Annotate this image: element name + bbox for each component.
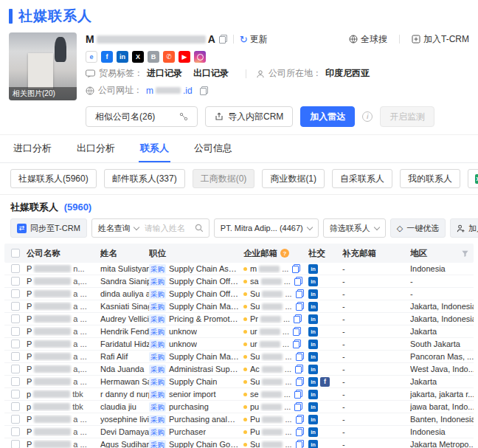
linkedin-icon[interactable]: in [308,264,318,274]
copy-email-icon[interactable] [296,415,304,424]
email-status-dot [243,280,247,283]
refresh-button[interactable]: ↻ 更新 [240,33,268,46]
contact-type-button-5[interactable]: 我的联系人 [400,169,460,188]
copy-website-icon[interactable] [200,86,208,95]
linkedin-icon[interactable]: in [308,327,318,337]
import-crm-button[interactable]: 导入内部CRM [205,106,293,127]
copy-email-icon[interactable] [294,390,302,399]
company-photo[interactable]: 相关图片(20) [9,32,77,100]
website-icon[interactable]: e [86,51,97,63]
filter-contacts-select[interactable]: 筛选联系人 [323,218,386,238]
trade-tag-icon [86,69,95,78]
linkedin-icon[interactable]: in [308,352,318,362]
add-to-my-contacts-button[interactable]: 加入我的联系人 [450,218,478,238]
export-excel-button[interactable]: x 导出 Excel [468,169,478,188]
row-checkbox[interactable] [11,440,20,448]
company-blur [34,290,71,297]
linkedin-icon[interactable]: in [308,277,318,286]
facebook-icon[interactable]: f [101,51,113,63]
linkedin-icon[interactable]: in [308,340,318,349]
copy-email-icon[interactable] [292,264,300,273]
filter-funnel-icon[interactable] [461,249,469,258]
company-prefix: P [27,340,32,348]
blog-icon[interactable]: B [148,51,159,63]
row-checkbox[interactable] [11,314,20,323]
copy-email-icon[interactable] [296,377,304,386]
row-checkbox[interactable] [11,365,20,373]
tab-1[interactable]: 出口分析 [75,135,117,162]
phone-icon[interactable]: ✆ [163,51,175,63]
copy-email-icon[interactable] [296,352,304,361]
email-help-icon[interactable]: ? [280,249,289,258]
row-checkbox[interactable] [11,352,20,361]
linkedin-icon[interactable]: in [308,289,318,299]
facebook-icon[interactable]: f [320,377,330,387]
youtube-icon[interactable]: ▶ [179,51,190,63]
linkedin-icon[interactable]: in [308,365,318,374]
row-checkbox[interactable] [11,277,20,286]
contact-type-button-1[interactable]: 邮件联系人(337) [104,169,185,188]
start-monitor-button[interactable]: 开启监测 [380,106,434,127]
company-blur [34,315,71,323]
row-checkbox[interactable] [11,402,20,411]
linkedin-icon[interactable]: in [308,415,318,424]
copy-email-icon[interactable] [296,440,304,448]
linkedin-icon[interactable]: in [308,377,318,387]
copy-email-icon[interactable] [296,302,304,311]
linkedin-icon[interactable]: in [308,427,318,437]
row-checkbox[interactable] [11,264,20,273]
linkedin-icon[interactable]: in [308,402,318,412]
row-checkbox[interactable] [11,289,20,298]
export-records-link[interactable]: 出口记录 [193,67,229,80]
copy-email-icon[interactable] [293,327,301,336]
contact-type-button-2[interactable]: 工商数据(0) [193,169,255,188]
global-search-button[interactable]: 全球搜 [349,33,387,46]
row-checkbox[interactable] [11,390,20,399]
similar-companies-button[interactable]: 相似公司名(26) [86,106,198,127]
copy-company-name-icon[interactable] [219,35,227,44]
row-checkbox[interactable] [11,427,20,436]
name-query-dropdown[interactable]: 姓名查询 [92,223,145,234]
position-text: Supply Chain Management [169,302,239,311]
tab-0[interactable]: 进口分析 [12,135,53,162]
select-all-checkbox[interactable] [11,249,20,258]
contact-type-button-4[interactable]: 自采联系人 [332,169,392,188]
linkedin-icon[interactable]: in [308,390,318,399]
position-text: senior import [169,390,216,399]
linkedin-icon[interactable]: in [308,440,318,448]
copy-email-icon[interactable] [296,289,304,298]
one-click-optimize-button[interactable]: ◇ 一键优选 [390,218,446,238]
search-icon[interactable] [195,224,204,232]
sync-tcrm-button[interactable]: ⇄ 同步至T-CRM [10,218,87,238]
name-search-input[interactable] [145,224,193,232]
copy-email-icon[interactable] [294,402,302,411]
instagram-icon[interactable] [194,51,206,63]
join-radar-button[interactable]: 加入雷达 [300,106,355,127]
email-ellipsis: ... [285,365,291,373]
linkedin-icon[interactable]: in [308,302,318,311]
contact-type-button-3[interactable]: 商业数据(1) [262,169,325,188]
copy-email-icon[interactable] [296,427,304,436]
tab-2[interactable]: 联系人 [139,135,170,162]
monitor-info-icon[interactable]: i [362,111,373,122]
email-blur [261,278,282,285]
linkedin-icon[interactable]: in [117,51,128,63]
row-checkbox[interactable] [11,302,20,311]
copy-email-icon[interactable] [294,277,302,286]
copy-email-icon[interactable] [294,314,302,323]
company-filter-select[interactable]: PT. Mitra Adip... (4467) [214,218,319,238]
row-checkbox[interactable] [11,415,20,424]
contact-type-button-0[interactable]: 社媒联系人(5960) [10,169,97,188]
x-icon[interactable]: X [132,51,144,63]
copy-email-icon[interactable] [293,340,301,348]
row-checkbox[interactable] [11,340,20,348]
import-records-link[interactable]: 进口记录 [147,67,182,80]
row-checkbox[interactable] [11,327,20,336]
company-website-link[interactable]: m .id [146,86,193,96]
tab-3[interactable]: 公司信息 [193,135,234,162]
linkedin-icon[interactable]: in [308,314,318,324]
copy-email-icon[interactable] [295,365,303,373]
row-checkbox[interactable] [11,377,20,386]
join-tcrm-button[interactable]: 加入T-CRM [412,33,469,46]
table-row: Pa,...Nda Juanda采购Administrasi Supply Ch… [4,363,474,376]
